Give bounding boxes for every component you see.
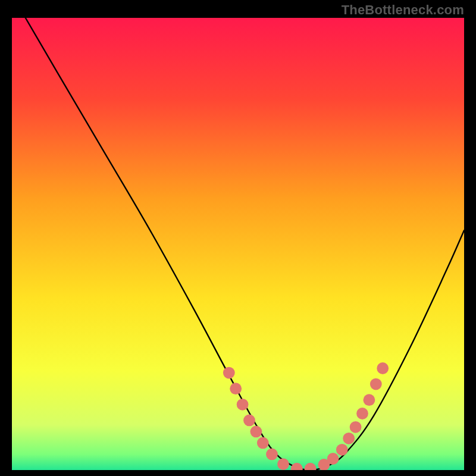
- highlight-dot: [277, 458, 289, 470]
- highlight-dot: [243, 415, 255, 427]
- chart-frame: [12, 18, 464, 470]
- highlight-dot: [364, 394, 375, 406]
- watermark-text: TheBottleneck.com: [342, 2, 464, 18]
- highlight-dot: [223, 367, 235, 379]
- highlight-dot: [230, 383, 242, 394]
- highlight-dot: [370, 378, 382, 390]
- highlight-dot: [327, 453, 339, 465]
- highlight-dot: [350, 421, 362, 433]
- highlight-dot: [266, 449, 278, 461]
- highlight-dot: [250, 426, 262, 438]
- bottleneck-chart: [12, 18, 464, 470]
- highlight-dot: [377, 362, 389, 374]
- highlight-dot: [356, 408, 368, 419]
- highlight-dot: [336, 444, 348, 456]
- highlight-dot: [343, 433, 355, 444]
- highlight-dot: [237, 399, 249, 411]
- highlight-dot: [257, 437, 269, 449]
